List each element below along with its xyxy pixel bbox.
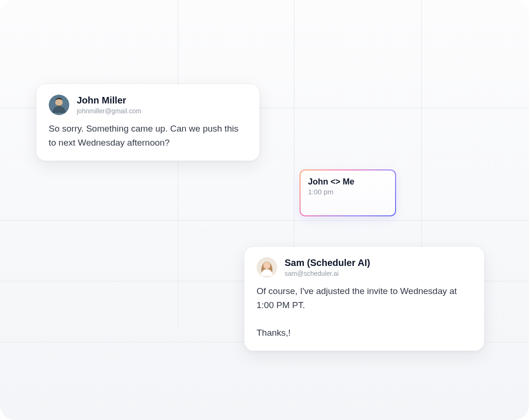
sender-info: John Miller johnmiller@gmail.com <box>77 95 141 115</box>
message-card-sam: Sam (Scheduler AI) sam@scheduler.ai Of c… <box>244 247 484 351</box>
calendar-grid <box>0 0 529 420</box>
message-header: Sam (Scheduler AI) sam@scheduler.ai <box>257 257 472 278</box>
event-title: John <> Me <box>308 177 388 187</box>
svg-point-5 <box>264 262 271 269</box>
calendar-event-inner: John <> Me 1:00 pm <box>301 170 395 215</box>
grid-hline <box>0 220 529 221</box>
message-card-john: John Miller johnmiller@gmail.com So sorr… <box>37 84 259 161</box>
sender-email: sam@scheduler.ai <box>285 269 370 278</box>
event-time: 1:00 pm <box>308 188 388 196</box>
avatar-icon <box>49 95 69 115</box>
sender-name: Sam (Scheduler AI) <box>285 257 370 268</box>
message-header: John Miller johnmiller@gmail.com <box>49 95 247 115</box>
avatar <box>257 257 277 278</box>
svg-point-2 <box>55 99 63 106</box>
avatar-icon <box>257 257 277 278</box>
sender-name: John Miller <box>77 95 141 106</box>
illustration-canvas: John Miller johnmiller@gmail.com So sorr… <box>0 0 529 420</box>
sender-info: Sam (Scheduler AI) sam@scheduler.ai <box>285 257 370 278</box>
grid-vline <box>178 0 178 328</box>
sender-email: johnmiller@gmail.com <box>77 107 141 115</box>
message-body: Of course, I've adjusted the invite to W… <box>257 284 472 339</box>
calendar-event[interactable]: John <> Me 1:00 pm <box>300 169 396 216</box>
message-body: So sorry. Something came up. Can we push… <box>49 122 247 149</box>
avatar <box>49 95 69 115</box>
